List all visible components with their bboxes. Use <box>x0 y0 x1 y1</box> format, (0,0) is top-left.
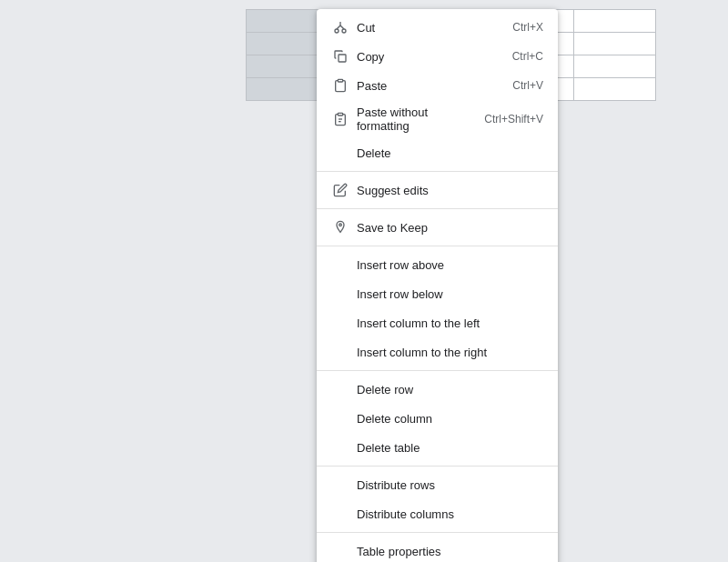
menu-item-delete-column[interactable]: Delete column <box>317 404 558 433</box>
divider-3 <box>317 246 558 246</box>
svg-point-1 <box>342 29 346 33</box>
table-cell <box>574 55 656 78</box>
menu-item-distribute-rows[interactable]: Distribute rows <box>317 470 558 499</box>
distribute-columns-label: Distribute columns <box>357 507 543 521</box>
svg-point-10 <box>339 224 342 226</box>
divider-1 <box>317 171 558 172</box>
copy-label: Copy <box>357 50 498 64</box>
insert-col-left-label: Insert column to the left <box>357 316 543 330</box>
save-to-keep-label: Save to Keep <box>357 221 543 235</box>
delete-label: Delete <box>357 146 543 160</box>
menu-item-paste-no-format[interactable]: Paste without formatting Ctrl+Shift+V <box>317 100 558 138</box>
delete-table-label: Delete table <box>357 441 543 455</box>
divider-4 <box>317 370 558 371</box>
table-cell <box>574 33 656 55</box>
svg-line-3 <box>340 25 344 29</box>
insert-col-right-label: Insert column to the right <box>357 346 543 359</box>
menu-item-suggest-edits[interactable]: Suggest edits <box>317 176 558 205</box>
svg-rect-7 <box>338 113 342 115</box>
menu-item-cut[interactable]: Cut Ctrl+X <box>317 13 558 42</box>
table-cell <box>574 78 656 101</box>
paste-label: Paste <box>357 79 498 93</box>
menu-item-distribute-columns[interactable]: Distribute columns <box>317 499 558 528</box>
document-area: Cut Ctrl+X Copy Ctrl+C Paste C <box>0 0 728 562</box>
menu-item-delete-table[interactable]: Delete table <box>317 433 558 462</box>
table-properties-label: Table properties <box>357 545 543 558</box>
insert-row-below-label: Insert row below <box>357 287 543 301</box>
menu-item-copy[interactable]: Copy Ctrl+C <box>317 42 558 71</box>
divider-5 <box>317 466 558 467</box>
cut-shortcut: Ctrl+X <box>512 21 543 34</box>
delete-column-label: Delete column <box>357 412 543 426</box>
menu-item-table-properties[interactable]: Table properties <box>317 537 558 562</box>
insert-row-above-label: Insert row above <box>357 258 543 272</box>
context-menu: Cut Ctrl+X Copy Ctrl+C Paste C <box>317 9 558 562</box>
svg-point-0 <box>335 29 339 33</box>
cut-icon <box>331 20 349 35</box>
menu-item-delete[interactable]: Delete <box>317 138 558 167</box>
suggest-edits-label: Suggest edits <box>357 184 543 197</box>
svg-line-2 <box>337 25 340 29</box>
divider-6 <box>317 532 558 533</box>
menu-item-insert-col-right[interactable]: Insert column to the right <box>317 337 558 366</box>
distribute-rows-label: Distribute rows <box>357 478 543 492</box>
table-cell <box>247 55 329 78</box>
svg-rect-5 <box>339 55 346 62</box>
suggest-edits-icon <box>331 183 349 197</box>
table-cell <box>247 33 329 55</box>
table-cell <box>247 10 329 33</box>
table-cell <box>247 78 329 101</box>
menu-item-paste[interactable]: Paste Ctrl+V <box>317 71 558 100</box>
menu-item-delete-row[interactable]: Delete row <box>317 375 558 404</box>
paste-no-format-label: Paste without formatting <box>357 105 470 133</box>
paste-shortcut: Ctrl+V <box>512 79 543 92</box>
copy-icon <box>331 49 349 64</box>
paste-icon <box>331 78 349 93</box>
delete-row-label: Delete row <box>357 383 543 396</box>
menu-item-save-to-keep[interactable]: Save to Keep <box>317 213 558 242</box>
copy-shortcut: Ctrl+C <box>512 50 543 63</box>
menu-item-insert-row-below[interactable]: Insert row below <box>317 279 558 308</box>
divider-2 <box>317 208 558 209</box>
paste-no-format-icon <box>331 112 349 126</box>
menu-item-insert-row-above[interactable]: Insert row above <box>317 250 558 279</box>
cut-label: Cut <box>357 21 498 35</box>
menu-item-insert-col-left[interactable]: Insert column to the left <box>317 308 558 337</box>
table-cell <box>574 10 656 33</box>
paste-no-format-shortcut: Ctrl+Shift+V <box>484 113 543 125</box>
keep-icon <box>331 220 349 235</box>
svg-rect-6 <box>338 79 342 82</box>
